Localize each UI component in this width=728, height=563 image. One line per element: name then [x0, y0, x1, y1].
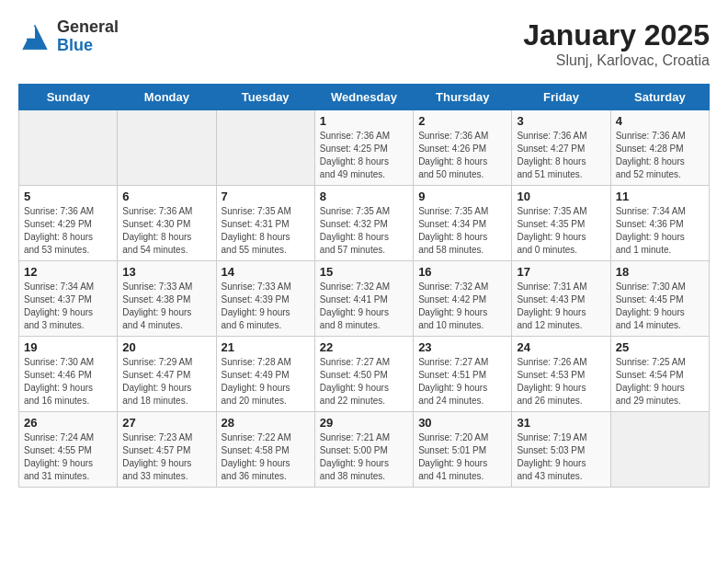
calendar-cell: 5Sunrise: 7:36 AM Sunset: 4:29 PM Daylig…	[19, 186, 118, 261]
svg-rect-3	[27, 39, 33, 40]
day-detail: Sunrise: 7:35 AM Sunset: 4:31 PM Dayligh…	[222, 205, 310, 257]
day-detail: Sunrise: 7:36 AM Sunset: 4:25 PM Dayligh…	[320, 130, 408, 181]
calendar-cell: 20Sunrise: 7:29 AM Sunset: 4:47 PM Dayli…	[118, 337, 216, 412]
day-detail: Sunrise: 7:36 AM Sunset: 4:30 PM Dayligh…	[122, 205, 210, 257]
day-number: 15	[320, 265, 408, 279]
day-detail: Sunrise: 7:32 AM Sunset: 4:41 PM Dayligh…	[320, 281, 408, 332]
day-number: 9	[418, 190, 506, 203]
calendar-cell: 24Sunrise: 7:26 AM Sunset: 4:53 PM Dayli…	[512, 337, 610, 412]
calendar-header: SundayMondayTuesdayWednesdayThursdayFrid…	[19, 85, 710, 110]
calendar-cell: 8Sunrise: 7:35 AM Sunset: 4:32 PM Daylig…	[314, 186, 413, 261]
day-number: 30	[418, 416, 506, 430]
day-detail: Sunrise: 7:28 AM Sunset: 4:49 PM Dayligh…	[222, 356, 310, 408]
day-detail: Sunrise: 7:21 AM Sunset: 5:00 PM Dayligh…	[320, 431, 408, 483]
day-number: 5	[24, 190, 112, 203]
day-detail: Sunrise: 7:27 AM Sunset: 4:50 PM Dayligh…	[320, 356, 408, 408]
weekday-header-friday: Friday	[512, 85, 610, 110]
day-detail: Sunrise: 7:35 AM Sunset: 4:35 PM Dayligh…	[517, 205, 605, 257]
weekday-header-sunday: Sunday	[19, 85, 118, 110]
day-number: 20	[122, 340, 210, 354]
calendar-cell: 6Sunrise: 7:36 AM Sunset: 4:30 PM Daylig…	[118, 186, 216, 261]
calendar-cell: 21Sunrise: 7:28 AM Sunset: 4:49 PM Dayli…	[216, 337, 314, 412]
calendar-cell	[19, 110, 118, 186]
day-number: 26	[24, 416, 112, 430]
calendar-cell: 2Sunrise: 7:36 AM Sunset: 4:26 PM Daylig…	[414, 110, 512, 186]
calendar-cell: 31Sunrise: 7:19 AM Sunset: 5:03 PM Dayli…	[512, 412, 610, 488]
day-detail: Sunrise: 7:23 AM Sunset: 4:57 PM Dayligh…	[122, 431, 210, 483]
calendar-cell: 27Sunrise: 7:23 AM Sunset: 4:57 PM Dayli…	[118, 412, 216, 488]
day-detail: Sunrise: 7:26 AM Sunset: 4:53 PM Dayligh…	[517, 356, 605, 408]
calendar-cell: 25Sunrise: 7:25 AM Sunset: 4:54 PM Dayli…	[610, 337, 709, 412]
day-number: 25	[616, 340, 704, 354]
day-number: 22	[320, 340, 408, 354]
day-detail: Sunrise: 7:22 AM Sunset: 4:58 PM Dayligh…	[222, 431, 310, 483]
day-number: 14	[222, 265, 310, 279]
calendar-cell	[118, 110, 216, 186]
location-subtitle: Slunj, Karlovac, Croatia	[523, 52, 710, 69]
calendar-cell: 11Sunrise: 7:34 AM Sunset: 4:36 PM Dayli…	[610, 186, 709, 261]
title-block: January 2025 Slunj, Karlovac, Croatia	[523, 18, 710, 69]
day-detail: Sunrise: 7:36 AM Sunset: 4:27 PM Dayligh…	[517, 130, 605, 181]
day-number: 3	[517, 114, 605, 128]
day-number: 2	[418, 114, 506, 128]
calendar-cell: 15Sunrise: 7:32 AM Sunset: 4:41 PM Dayli…	[314, 261, 413, 337]
calendar-cell	[610, 412, 709, 488]
day-detail: Sunrise: 7:35 AM Sunset: 4:34 PM Dayligh…	[418, 205, 506, 257]
day-detail: Sunrise: 7:36 AM Sunset: 4:26 PM Dayligh…	[418, 130, 506, 181]
calendar-cell: 3Sunrise: 7:36 AM Sunset: 4:27 PM Daylig…	[512, 110, 610, 186]
calendar-cell: 1Sunrise: 7:36 AM Sunset: 4:25 PM Daylig…	[314, 110, 413, 186]
day-number: 18	[616, 265, 704, 279]
day-number: 6	[122, 190, 210, 203]
calendar-body: 1Sunrise: 7:36 AM Sunset: 4:25 PM Daylig…	[19, 110, 710, 488]
day-detail: Sunrise: 7:33 AM Sunset: 4:38 PM Dayligh…	[122, 281, 210, 332]
weekday-header-wednesday: Wednesday	[314, 85, 413, 110]
logo: General Blue	[18, 18, 119, 55]
calendar-cell: 13Sunrise: 7:33 AM Sunset: 4:38 PM Dayli…	[118, 261, 216, 337]
day-number: 12	[24, 265, 112, 279]
calendar-cell: 7Sunrise: 7:35 AM Sunset: 4:31 PM Daylig…	[216, 186, 314, 261]
calendar-week-row: 12Sunrise: 7:34 AM Sunset: 4:37 PM Dayli…	[19, 261, 710, 337]
calendar-week-row: 26Sunrise: 7:24 AM Sunset: 4:55 PM Dayli…	[19, 412, 710, 488]
logo-blue-text: Blue	[57, 37, 119, 55]
day-number: 10	[517, 190, 605, 203]
day-number: 13	[122, 265, 210, 279]
calendar-cell	[216, 110, 314, 186]
calendar-cell: 28Sunrise: 7:22 AM Sunset: 4:58 PM Dayli…	[216, 412, 314, 488]
calendar-week-row: 1Sunrise: 7:36 AM Sunset: 4:25 PM Daylig…	[19, 110, 710, 186]
calendar-cell: 29Sunrise: 7:21 AM Sunset: 5:00 PM Dayli…	[314, 412, 413, 488]
calendar-cell: 18Sunrise: 7:30 AM Sunset: 4:45 PM Dayli…	[610, 261, 709, 337]
calendar-cell: 14Sunrise: 7:33 AM Sunset: 4:39 PM Dayli…	[216, 261, 314, 337]
day-number: 17	[517, 265, 605, 279]
day-detail: Sunrise: 7:36 AM Sunset: 4:28 PM Dayligh…	[616, 130, 704, 181]
logo-text: General Blue	[57, 18, 119, 55]
calendar-table: SundayMondayTuesdayWednesdayThursdayFrid…	[18, 84, 710, 488]
day-detail: Sunrise: 7:31 AM Sunset: 4:43 PM Dayligh…	[517, 281, 605, 332]
calendar-cell: 23Sunrise: 7:27 AM Sunset: 4:51 PM Dayli…	[414, 337, 512, 412]
day-number: 1	[320, 114, 408, 128]
day-detail: Sunrise: 7:29 AM Sunset: 4:47 PM Dayligh…	[122, 356, 210, 408]
day-number: 23	[418, 340, 506, 354]
weekday-header-row: SundayMondayTuesdayWednesdayThursdayFrid…	[19, 85, 710, 110]
day-detail: Sunrise: 7:32 AM Sunset: 4:42 PM Dayligh…	[418, 281, 506, 332]
day-detail: Sunrise: 7:34 AM Sunset: 4:37 PM Dayligh…	[24, 281, 112, 332]
logo-icon	[18, 20, 51, 53]
calendar-cell: 12Sunrise: 7:34 AM Sunset: 4:37 PM Dayli…	[19, 261, 118, 337]
day-number: 31	[517, 416, 605, 430]
calendar-cell: 30Sunrise: 7:20 AM Sunset: 5:01 PM Dayli…	[414, 412, 512, 488]
calendar-cell: 26Sunrise: 7:24 AM Sunset: 4:55 PM Dayli…	[19, 412, 118, 488]
logo-general-text: General	[57, 18, 119, 37]
calendar-cell: 16Sunrise: 7:32 AM Sunset: 4:42 PM Dayli…	[414, 261, 512, 337]
weekday-header-monday: Monday	[118, 85, 216, 110]
day-number: 4	[616, 114, 704, 128]
day-detail: Sunrise: 7:20 AM Sunset: 5:01 PM Dayligh…	[418, 431, 506, 483]
day-number: 24	[517, 340, 605, 354]
weekday-header-saturday: Saturday	[610, 85, 709, 110]
day-detail: Sunrise: 7:35 AM Sunset: 4:32 PM Dayligh…	[320, 205, 408, 257]
day-detail: Sunrise: 7:30 AM Sunset: 4:45 PM Dayligh…	[616, 281, 704, 332]
day-number: 8	[320, 190, 408, 203]
weekday-header-thursday: Thursday	[414, 85, 512, 110]
calendar-cell: 19Sunrise: 7:30 AM Sunset: 4:46 PM Dayli…	[19, 337, 118, 412]
day-number: 21	[222, 340, 310, 354]
day-number: 19	[24, 340, 112, 354]
page-header: General Blue January 2025 Slunj, Karlova…	[18, 18, 710, 69]
